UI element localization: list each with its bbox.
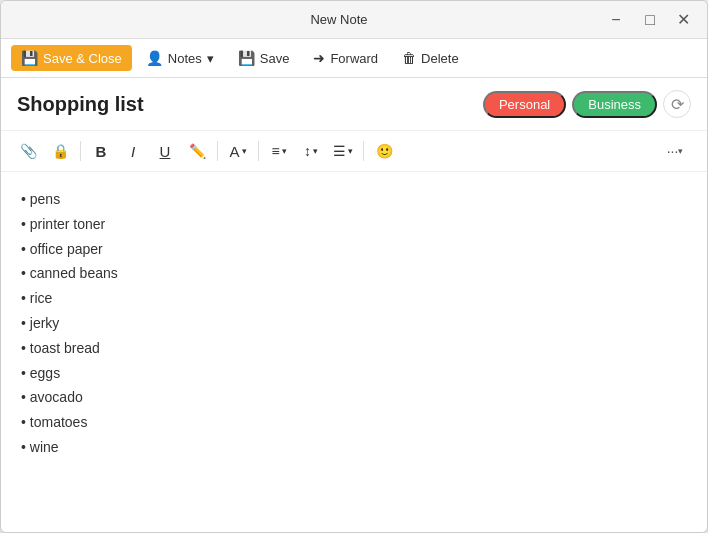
list-item: pens xyxy=(21,188,687,212)
list-dropdown-icon: ▾ xyxy=(282,146,287,156)
close-icon: ✕ xyxy=(677,10,690,29)
list-item: wine xyxy=(21,436,687,460)
line-spacing-button[interactable]: ↕ ▾ xyxy=(296,137,326,165)
note-title: Shopping list xyxy=(17,93,144,116)
list-item: jerky xyxy=(21,312,687,336)
underline-button[interactable]: U xyxy=(150,137,180,165)
add-tag-icon: ⟳ xyxy=(671,95,684,114)
save-close-button[interactable]: 💾 Save & Close xyxy=(11,45,132,71)
format-separator-3 xyxy=(258,141,259,161)
tag-business[interactable]: Business xyxy=(572,91,657,118)
list-icon: ≡ xyxy=(271,143,279,159)
close-button[interactable]: ✕ xyxy=(673,9,695,31)
list-item: toast bread xyxy=(21,337,687,361)
underline-icon: U xyxy=(160,143,171,160)
notes-label: Notes xyxy=(168,51,202,66)
more-options-icon: ··· xyxy=(667,143,679,159)
delete-label: Delete xyxy=(421,51,459,66)
forward-label: Forward xyxy=(330,51,378,66)
note-tags: Personal Business ⟳ xyxy=(483,90,691,118)
note-title-bar: Shopping list Personal Business ⟳ xyxy=(1,78,707,131)
list-item: rice xyxy=(21,287,687,311)
minimize-button[interactable]: − xyxy=(605,9,627,31)
list-item: eggs xyxy=(21,362,687,386)
highlight-icon: ✏️ xyxy=(189,143,206,159)
save-button[interactable]: 💾 Save xyxy=(228,45,300,71)
attachment-icon: 📎 xyxy=(20,143,37,159)
main-toolbar: 💾 Save & Close 👤 Notes ▾ 💾 Save ➜ Forwar… xyxy=(1,39,707,78)
align-button[interactable]: ☰ ▾ xyxy=(328,137,358,165)
format-separator-2 xyxy=(217,141,218,161)
notes-button[interactable]: 👤 Notes ▾ xyxy=(136,45,224,71)
align-icon: ☰ xyxy=(333,143,346,159)
font-icon: A xyxy=(229,143,239,160)
list-item: avocado xyxy=(21,386,687,410)
attachment-button[interactable]: 📎 xyxy=(13,137,43,165)
list-button[interactable]: ≡ ▾ xyxy=(264,137,294,165)
format-separator-1 xyxy=(80,141,81,161)
titlebar: New Note − □ ✕ xyxy=(1,1,707,39)
more-options-dropdown-icon: ▾ xyxy=(678,146,683,156)
bold-button[interactable]: B xyxy=(86,137,116,165)
line-spacing-dropdown-icon: ▾ xyxy=(313,146,318,156)
format-separator-4 xyxy=(363,141,364,161)
highlight-button[interactable]: ✏️ xyxy=(182,137,212,165)
list-item: tomatoes xyxy=(21,411,687,435)
note-content[interactable]: pensprinter toneroffice papercanned bean… xyxy=(1,172,707,532)
bold-icon: B xyxy=(96,143,107,160)
maximize-icon: □ xyxy=(645,11,655,29)
list-item: canned beans xyxy=(21,262,687,286)
lock-button[interactable]: 🔒 xyxy=(45,137,75,165)
italic-button[interactable]: I xyxy=(118,137,148,165)
save-icon: 💾 xyxy=(238,50,255,66)
window-title: New Note xyxy=(310,12,367,27)
emoji-button[interactable]: 🙂 xyxy=(369,137,399,165)
font-dropdown-icon: ▾ xyxy=(242,146,247,156)
more-options-button[interactable]: ··· ▾ xyxy=(655,137,695,165)
maximize-button[interactable]: □ xyxy=(639,9,661,31)
align-dropdown-icon: ▾ xyxy=(348,146,353,156)
line-spacing-icon: ↕ xyxy=(304,143,311,159)
lock-icon: 🔒 xyxy=(52,143,69,159)
list-item: printer toner xyxy=(21,213,687,237)
forward-icon: ➜ xyxy=(313,50,325,66)
emoji-icon: 🙂 xyxy=(376,143,393,159)
italic-icon: I xyxy=(131,143,135,160)
shopping-list: pensprinter toneroffice papercanned bean… xyxy=(21,188,687,460)
delete-button[interactable]: 🗑 Delete xyxy=(392,45,469,71)
save-label: Save xyxy=(260,51,290,66)
tag-personal[interactable]: Personal xyxy=(483,91,566,118)
titlebar-controls: − □ ✕ xyxy=(605,9,695,31)
notes-dropdown-icon: ▾ xyxy=(207,51,214,66)
notes-icon: 👤 xyxy=(146,50,163,66)
app-window: New Note − □ ✕ 💾 Save & Close 👤 Notes ▾ … xyxy=(0,0,708,533)
delete-icon: 🗑 xyxy=(402,50,416,66)
minimize-icon: − xyxy=(611,11,620,29)
forward-button[interactable]: ➜ Forward xyxy=(303,45,388,71)
save-close-label: Save & Close xyxy=(43,51,122,66)
font-button[interactable]: A ▾ xyxy=(223,137,253,165)
format-bar: 📎 🔒 B I U ✏️ A ▾ ≡ ▾ ↕ ▾ xyxy=(1,131,707,172)
save-close-icon: 💾 xyxy=(21,50,38,66)
add-tag-button[interactable]: ⟳ xyxy=(663,90,691,118)
list-item: office paper xyxy=(21,238,687,262)
